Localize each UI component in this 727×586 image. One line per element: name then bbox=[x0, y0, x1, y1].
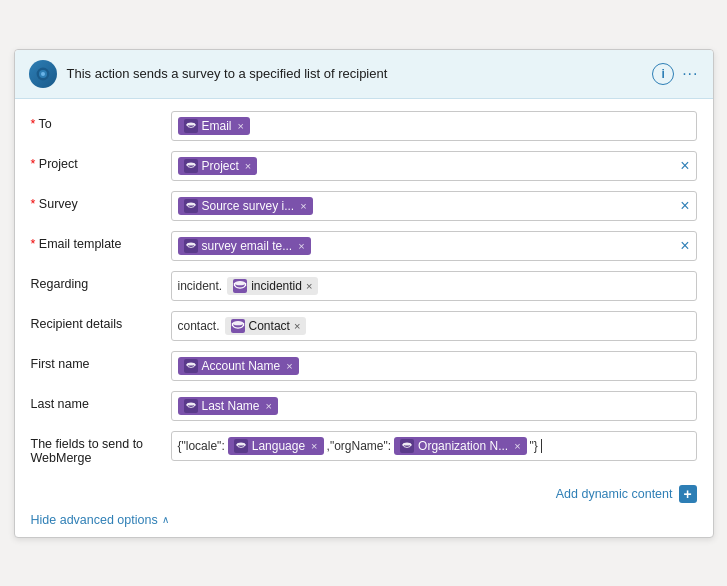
token-language-close[interactable]: × bbox=[311, 440, 317, 452]
token-email-text: Email bbox=[202, 119, 232, 133]
token-project: Project × bbox=[178, 157, 258, 175]
token-language: Language × bbox=[228, 437, 324, 455]
field-row-webmerge: The fields to send to WebMerge {"locale"… bbox=[31, 431, 697, 465]
token-project-close[interactable]: × bbox=[245, 160, 251, 172]
token-incidentid-close[interactable]: × bbox=[306, 280, 312, 292]
field-to[interactable]: Email × bbox=[171, 111, 697, 141]
token-email: Email × bbox=[178, 117, 250, 135]
field-row-survey: * Survey Source survey i... × × bbox=[31, 191, 697, 223]
token-contact: Contact × bbox=[225, 317, 307, 335]
field-row-email-template: * Email template survey email te... × × bbox=[31, 231, 697, 263]
field-project-clear[interactable]: × bbox=[680, 157, 689, 175]
svg-point-18 bbox=[232, 321, 243, 325]
svg-point-3 bbox=[187, 122, 195, 125]
hide-advanced-label: Hide advanced options bbox=[31, 513, 158, 527]
field-recipient[interactable]: contact. Contact × bbox=[171, 311, 697, 341]
label-regarding: Regarding bbox=[31, 271, 171, 291]
card-body: * To Email × * Project Project × × bbox=[15, 99, 713, 479]
hide-advanced-button[interactable]: Hide advanced options ∧ bbox=[31, 513, 169, 527]
token-last-name-text: Last Name bbox=[202, 399, 260, 413]
db-icon bbox=[184, 359, 198, 373]
card-header: This action sends a survey to a specifie… bbox=[15, 50, 713, 99]
token-email-close[interactable]: × bbox=[238, 120, 244, 132]
svg-point-27 bbox=[237, 442, 245, 445]
token-incidentid-text: incidentid bbox=[251, 279, 302, 293]
chevron-up-icon: ∧ bbox=[162, 514, 169, 525]
field-email-template[interactable]: survey email te... × × bbox=[171, 231, 697, 261]
token-email-template-close[interactable]: × bbox=[298, 240, 304, 252]
db-icon bbox=[184, 119, 198, 133]
field-last-name[interactable]: Last Name × bbox=[171, 391, 697, 421]
field-survey-clear[interactable]: × bbox=[680, 197, 689, 215]
label-to: * To bbox=[31, 111, 171, 131]
svg-point-2 bbox=[41, 72, 45, 76]
header-logo bbox=[29, 60, 57, 88]
db-icon bbox=[234, 439, 248, 453]
token-org-name: Organization N... × bbox=[394, 437, 526, 455]
field-row-regarding: Regarding incident. incidentid × bbox=[31, 271, 697, 303]
token-survey-close[interactable]: × bbox=[300, 200, 306, 212]
token-org-name-close[interactable]: × bbox=[514, 440, 520, 452]
webmerge-separator: ,"orgName": bbox=[327, 439, 392, 453]
action-card: This action sends a survey to a specifie… bbox=[14, 49, 714, 538]
token-email-template-text: survey email te... bbox=[202, 239, 293, 253]
token-account-name-text: Account Name bbox=[202, 359, 281, 373]
header-actions: i ··· bbox=[652, 63, 698, 85]
field-row-recipient: Recipient details contact. Contact × bbox=[31, 311, 697, 343]
svg-point-15 bbox=[235, 281, 246, 285]
field-webmerge[interactable]: {"locale": Language × ,"orgName": Organi… bbox=[171, 431, 697, 461]
regarding-prefix: incident. bbox=[178, 279, 223, 293]
db-icon bbox=[233, 279, 247, 293]
svg-point-21 bbox=[187, 362, 195, 365]
more-button[interactable]: ··· bbox=[682, 65, 698, 83]
svg-point-9 bbox=[187, 202, 195, 205]
token-incidentid: incidentid × bbox=[227, 277, 318, 295]
db-icon bbox=[400, 439, 414, 453]
svg-point-12 bbox=[187, 242, 195, 245]
field-survey[interactable]: Source survey i... × × bbox=[171, 191, 697, 221]
text-cursor bbox=[541, 439, 542, 453]
field-row-project: * Project Project × × bbox=[31, 151, 697, 183]
token-account-name: Account Name × bbox=[178, 357, 299, 375]
label-recipient: Recipient details bbox=[31, 311, 171, 331]
token-last-name-close[interactable]: × bbox=[266, 400, 272, 412]
svg-point-6 bbox=[187, 162, 195, 165]
token-last-name: Last Name × bbox=[178, 397, 278, 415]
add-dynamic-button[interactable]: + bbox=[679, 485, 697, 503]
field-row-first-name: First name Account Name × bbox=[31, 351, 697, 383]
token-survey: Source survey i... × bbox=[178, 197, 313, 215]
svg-point-30 bbox=[403, 442, 411, 445]
webmerge-suffix: "} bbox=[530, 439, 538, 453]
field-first-name[interactable]: Account Name × bbox=[171, 351, 697, 381]
db-icon bbox=[231, 319, 245, 333]
token-language-text: Language bbox=[252, 439, 305, 453]
field-regarding[interactable]: incident. incidentid × bbox=[171, 271, 697, 301]
token-contact-close[interactable]: × bbox=[294, 320, 300, 332]
info-button[interactable]: i bbox=[652, 63, 674, 85]
add-dynamic-row: Add dynamic content + bbox=[31, 485, 697, 503]
label-email-template: * Email template bbox=[31, 231, 171, 251]
add-dynamic-link[interactable]: Add dynamic content bbox=[556, 487, 673, 501]
field-email-template-clear[interactable]: × bbox=[680, 237, 689, 255]
field-row-last-name: Last name Last Name × bbox=[31, 391, 697, 423]
db-icon bbox=[184, 199, 198, 213]
webmerge-prefix1: {"locale": bbox=[178, 439, 225, 453]
label-project: * Project bbox=[31, 151, 171, 171]
token-survey-text: Source survey i... bbox=[202, 199, 295, 213]
db-icon bbox=[184, 239, 198, 253]
header-title: This action sends a survey to a specifie… bbox=[67, 66, 643, 81]
recipient-prefix: contact. bbox=[178, 319, 220, 333]
db-icon bbox=[184, 399, 198, 413]
label-survey: * Survey bbox=[31, 191, 171, 211]
db-icon bbox=[184, 159, 198, 173]
field-project[interactable]: Project × × bbox=[171, 151, 697, 181]
label-webmerge: The fields to send to WebMerge bbox=[31, 431, 171, 465]
label-first-name: First name bbox=[31, 351, 171, 371]
token-account-name-close[interactable]: × bbox=[286, 360, 292, 372]
label-last-name: Last name bbox=[31, 391, 171, 411]
card-footer: Add dynamic content + Hide advanced opti… bbox=[15, 479, 713, 537]
token-org-name-text: Organization N... bbox=[418, 439, 508, 453]
token-email-template: survey email te... × bbox=[178, 237, 311, 255]
svg-point-24 bbox=[187, 402, 195, 405]
token-project-text: Project bbox=[202, 159, 239, 173]
